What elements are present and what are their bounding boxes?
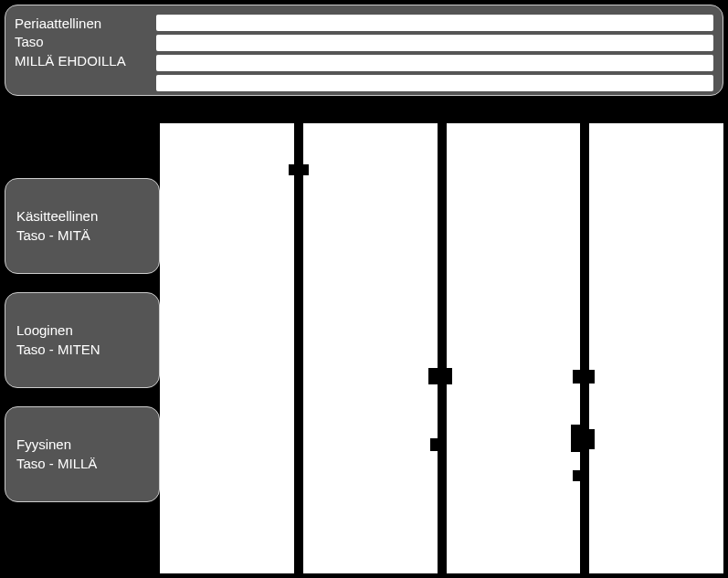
gap (589, 429, 595, 449)
content-bar (156, 75, 713, 91)
gap (589, 370, 595, 384)
gap (289, 164, 294, 175)
principle-level-panel: Periaattellinen Taso MILLÄ EHDOILLA (5, 5, 723, 96)
gap (303, 164, 309, 175)
principle-level-label: Periaattellinen Taso MILLÄ EHDOILLA (15, 13, 156, 70)
content-bar (156, 55, 713, 71)
logical-level-label: Looginen Taso - MITEN (5, 292, 160, 388)
column-4 (589, 123, 723, 573)
label-line: Taso - MITÄ (16, 226, 159, 245)
label-line: MILLÄ EHDOILLA (15, 52, 156, 70)
gap (571, 425, 580, 452)
gap (447, 368, 452, 384)
conceptual-level-label: Käsitteellinen Taso - MITÄ (5, 178, 160, 274)
label-line: Taso - MILLÄ (16, 455, 159, 473)
label-line: Käsitteellinen (16, 207, 159, 226)
label-line: Fyysinen (16, 436, 159, 454)
label-line: Taso - MITEN (16, 341, 159, 359)
label-line: Looginen (16, 321, 159, 340)
physical-level-label: Fyysinen Taso - MILLÄ (5, 406, 160, 502)
label-line: Periaattellinen (15, 15, 156, 33)
gap (573, 370, 580, 384)
principle-bars (156, 13, 713, 91)
content-bar (156, 15, 713, 31)
label-line: Taso (15, 33, 156, 51)
matrix-columns (160, 123, 723, 573)
content-bar (156, 35, 713, 51)
column-2 (303, 123, 438, 573)
column-1 (160, 123, 294, 573)
gap (430, 438, 438, 451)
column-3 (447, 123, 581, 573)
gap (573, 470, 580, 481)
gap (428, 368, 438, 384)
